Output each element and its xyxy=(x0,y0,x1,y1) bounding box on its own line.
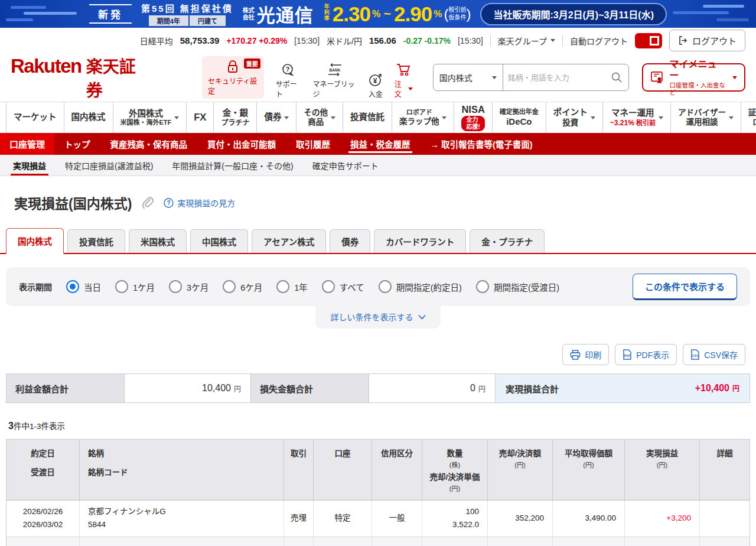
promo-banner[interactable]: 新発 第55回 無担保社債 期間4年 円建て 株式 会社 光通信 年利率 2.3… xyxy=(0,0,756,28)
tab-bonds[interactable]: 債券 xyxy=(330,229,370,253)
caret-down-icon xyxy=(550,39,555,42)
show-detail-conditions-toggle[interactable]: 詳しい条件を表示する xyxy=(315,306,441,329)
cell-symbol[interactable]: 京都フィナンシャルG5844 xyxy=(80,500,284,537)
tab-asean-stock[interactable]: アセアン株式 xyxy=(252,229,326,253)
cell-quantity: 100 xyxy=(422,537,488,546)
cell-quantity: 1003,522.0 xyxy=(422,500,488,537)
realized-pl-help-link[interactable]: ? 実現損益の見方 xyxy=(164,197,235,209)
loss-total-value: 0円 xyxy=(369,374,496,402)
col-margin-type: 信用区分 xyxy=(372,440,422,500)
cell-symbol[interactable]: 京都フィナンシャルG xyxy=(80,537,284,546)
site-header: Rakuten 楽天証券 重要 セキュリティ設定 ? サポート BANK xyxy=(0,53,756,102)
banner-decoration xyxy=(11,6,46,9)
usdjpy-time: [15:30] xyxy=(458,36,483,46)
tab-us-stock[interactable]: 米国株式 xyxy=(129,229,187,253)
svg-text:CSV: CSV xyxy=(692,354,699,358)
nav-advisor[interactable]: アドバイザー 運用相談 xyxy=(671,102,741,133)
nav-point-investment[interactable]: ポイント 投資 xyxy=(546,102,603,133)
caret-down-icon xyxy=(591,116,595,119)
col-dates: 約定日受渡日 xyxy=(6,440,80,500)
cell-detail xyxy=(700,500,750,537)
nav-asset-balance[interactable]: 資産残高・保有商品 xyxy=(100,133,198,155)
subnav-annual-pl[interactable]: 年間損益計算(一般口座・その他) xyxy=(162,155,302,176)
tab-gold-platinum[interactable]: 金・プラチナ xyxy=(470,229,545,253)
auto-logout-label: 自動ログアウト xyxy=(570,35,628,47)
search-input[interactable] xyxy=(503,73,611,82)
table-row: 2026/02/262026/03/02 京都フィナンシャルG5844 売埋 特… xyxy=(6,500,750,537)
caret-down-icon xyxy=(732,76,737,79)
subnav-tax-return-support[interactable]: 確定申告サポート xyxy=(303,155,388,176)
tab-mutual-funds[interactable]: 投資信託 xyxy=(67,229,125,253)
banner-decoration xyxy=(24,12,77,15)
my-menu-button[interactable]: マイメニュー 口座管理・入出金など xyxy=(642,63,745,92)
printer-icon xyxy=(570,350,581,360)
svg-text:?: ? xyxy=(286,66,290,73)
nav-trade-history[interactable]: 取引履歴 xyxy=(286,133,340,155)
caret-down-icon xyxy=(729,116,734,119)
pdf-view-button[interactable]: PDF PDF表示 xyxy=(615,344,677,365)
period-radio-1month[interactable]: 1ケ月 xyxy=(115,280,155,293)
period-radio-3months[interactable]: 3ケ月 xyxy=(169,280,208,293)
security-settings-button[interactable]: 重要 セキュリティ設定 xyxy=(202,56,264,99)
col-realized-pl: 実現損益(円) xyxy=(625,440,700,500)
period-radio-range-trade-date[interactable]: 期間指定(約定日) xyxy=(379,280,462,293)
print-button[interactable]: 印刷 xyxy=(562,344,609,365)
caret-down-icon xyxy=(442,116,447,119)
nav-trade-reports[interactable]: → 取引報告書等(電子書面) xyxy=(421,133,543,155)
logout-button[interactable]: ログアウト xyxy=(669,30,745,51)
period-radio-today[interactable]: 当日 xyxy=(66,280,101,293)
cell-account: 特定 xyxy=(314,500,372,537)
nav-market[interactable]: マーケット xyxy=(6,102,64,133)
search-icon[interactable] xyxy=(611,72,628,83)
support-button[interactable]: ? サポート xyxy=(276,63,301,99)
tab-domestic-stock[interactable]: 国内株式 xyxy=(6,228,64,254)
nav-ideco[interactable]: 確定拠出年金 iDeCo xyxy=(493,102,546,133)
my-menu-icon xyxy=(650,70,664,85)
rakuten-group-dropdown[interactable]: 楽天グループ xyxy=(498,35,555,47)
nav-buying-power[interactable]: 買付・出金可能額 xyxy=(197,133,286,155)
nav-other-products[interactable]: その他 商品 xyxy=(296,102,343,133)
subnav-specific-account-pl[interactable]: 特定口座損益(譲渡益税) xyxy=(56,155,162,176)
nav-securities-loan[interactable]: 証券担保 ローン xyxy=(741,102,756,133)
market-ticker-bar: 日経平均 58,753.39 +170.27 +0.29% [15:30] 米ド… xyxy=(0,28,756,53)
tab-china-stock[interactable]: 中国株式 xyxy=(190,229,248,253)
apply-filter-button[interactable]: この条件で表示する xyxy=(633,274,737,300)
nav-bonds[interactable]: 債券 xyxy=(257,102,296,133)
rakuten-securities-logo[interactable]: Rakuten 楽天証券 xyxy=(11,54,142,101)
csv-save-button[interactable]: CSV CSV保存 xyxy=(683,344,745,365)
question-circle-icon: ? xyxy=(164,198,174,208)
period-radio-range-settle-date[interactable]: 期間指定(受渡日) xyxy=(476,280,559,293)
order-button[interactable]: 注文 xyxy=(395,63,413,99)
deposit-button[interactable]: ¥ 入金 xyxy=(369,73,383,99)
auto-logout-toggle[interactable] xyxy=(635,33,662,48)
radio-icon xyxy=(115,280,128,293)
search-category-dropdown[interactable]: 国内株式 xyxy=(434,64,503,90)
period-radio-6months[interactable]: 6ケ月 xyxy=(223,280,262,293)
period-radio-all[interactable]: すべて xyxy=(322,280,364,293)
nav-robo-advisor[interactable]: ロボアド 楽ラップ他 xyxy=(392,102,455,133)
nav-gold-platinum[interactable]: 金・銀 プラチナ xyxy=(214,102,257,133)
nav-mutual-funds[interactable]: 投資信託 xyxy=(343,102,392,133)
tab-covered-warrant[interactable]: カバードワラント xyxy=(374,229,466,253)
cell-avg-cost xyxy=(553,537,625,546)
paperclip-icon[interactable] xyxy=(141,196,154,209)
cell-realized-pl: +3,200 xyxy=(625,500,700,537)
nav-foreign-stock[interactable]: 外国株式 米国株・海外ETF xyxy=(113,102,187,133)
money-bridge-button[interactable]: BANK マネーブリッジ xyxy=(312,63,356,99)
subnav-realized-pl[interactable]: 実現損益 xyxy=(4,155,56,176)
nav-fx[interactable]: FX xyxy=(187,102,214,133)
cell-avg-cost: 3,490.00 xyxy=(553,500,625,537)
export-toolbar: 印刷 PDF PDF表示 CSV CSV保存 xyxy=(0,329,756,365)
svg-text:BANK: BANK xyxy=(329,68,340,72)
nav-account-management[interactable]: 口座管理 xyxy=(0,133,54,155)
nav-nisa[interactable]: NISA 全力応援! xyxy=(454,102,492,133)
profit-total-label: 利益金額合計 xyxy=(6,374,125,402)
col-symbol: 銘柄銘柄コード xyxy=(80,440,284,500)
nav-pl-tax-history[interactable]: 損益・税金履歴 xyxy=(340,133,421,155)
nav-account-top[interactable]: トップ xyxy=(54,133,100,155)
period-radio-1year[interactable]: 1年 xyxy=(276,280,308,293)
svg-text:PDF: PDF xyxy=(624,354,631,358)
nav-money-management[interactable]: マネー運用 ~3.21% 税引前 xyxy=(603,102,671,133)
nav-domestic-stock[interactable]: 国内株式 xyxy=(64,102,113,133)
radio-icon xyxy=(276,280,289,293)
